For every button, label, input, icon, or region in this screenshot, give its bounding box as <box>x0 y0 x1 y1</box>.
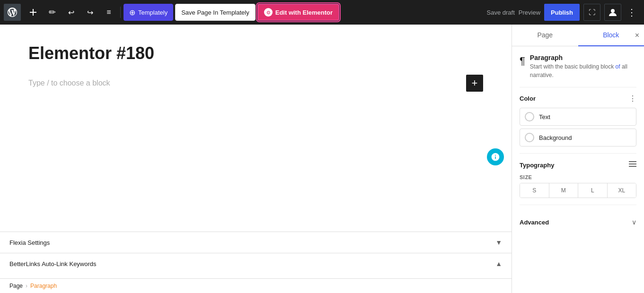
background-color-circle <box>525 133 534 142</box>
save-draft-button[interactable]: Save draft <box>487 9 515 16</box>
size-label: SIZE <box>520 174 636 180</box>
color-background-option[interactable]: Background <box>520 129 636 146</box>
flexia-settings-label: Flexia Settings <box>9 239 50 246</box>
editor-content: Elementor #180 Type / to choose a block … <box>0 25 512 232</box>
size-options: S M L XL <box>520 183 636 198</box>
more-options-button[interactable]: ⋮ <box>623 4 640 21</box>
background-color-label: Background <box>539 134 572 141</box>
svg-point-2 <box>611 9 615 13</box>
save-templately-label: Save Page In Templately <box>181 9 249 16</box>
block-info-section: ¶ Paragraph Start with the basic buildin… <box>520 54 636 79</box>
edit-elementor-button[interactable]: ⊙ Edit with Elementor <box>257 4 339 21</box>
flexia-settings-panel: Flexia Settings ▼ <box>0 232 512 253</box>
undo-button[interactable]: ↩ <box>62 4 79 21</box>
breadcrumb-separator: › <box>26 283 27 289</box>
block-placeholder-row: Type / to choose a block + <box>28 75 483 92</box>
advanced-section[interactable]: Advanced ∨ <box>520 212 636 233</box>
block-info-text: Paragraph Start with the basic building … <box>530 54 636 79</box>
floating-action-button[interactable] <box>487 148 504 165</box>
elementor-icon: ⊙ <box>264 8 273 17</box>
templately-button[interactable]: ⊕ Templately <box>124 4 173 21</box>
list-view-button[interactable]: ≡ <box>100 4 117 21</box>
editor-area: Elementor #180 Type / to choose a block … <box>0 25 512 293</box>
templately-label: Templately <box>138 9 168 16</box>
flexia-chevron-icon: ▼ <box>495 239 502 246</box>
main-toolbar: ✏ ↩ ↪ ≡ ⊕ Templately Save Page In Templa… <box>0 0 644 25</box>
fullscreen-button[interactable]: ⛶ <box>583 4 600 21</box>
svg-rect-5 <box>629 166 636 167</box>
avatar-button[interactable] <box>604 4 621 21</box>
breadcrumb-page: Page <box>9 283 23 289</box>
divider-3 <box>520 205 636 205</box>
text-color-circle <box>525 112 534 121</box>
size-xl-button[interactable]: XL <box>608 183 636 198</box>
block-placeholder-text: Type / to choose a block <box>28 79 110 87</box>
block-info-desc: Start with the basic building block of a… <box>530 62 636 79</box>
typography-title: Typography <box>520 162 554 169</box>
color-more-button[interactable]: ⋮ <box>629 94 636 103</box>
svg-rect-3 <box>629 161 636 162</box>
size-m-button[interactable]: M <box>549 183 579 198</box>
block-info-title: Paragraph <box>530 54 636 61</box>
breadcrumb-block-link[interactable]: Paragraph <box>30 283 57 289</box>
right-panel-close-button[interactable]: × <box>635 31 639 40</box>
main-layout: Elementor #180 Type / to choose a block … <box>0 25 644 293</box>
paragraph-icon: ¶ <box>520 55 525 67</box>
advanced-label: Advanced <box>520 219 549 226</box>
add-block-inline-button[interactable]: + <box>466 75 483 92</box>
divider-2 <box>520 153 636 154</box>
color-title: Color <box>520 95 536 102</box>
elementor-label: Edit with Elementor <box>275 9 333 16</box>
betterlinks-chevron-icon: ▲ <box>495 260 502 267</box>
betterlinks-label: BetterLinks Auto-Link Keywords <box>9 260 97 267</box>
wp-logo[interactable] <box>4 4 21 21</box>
publish-button[interactable]: Publish <box>544 4 580 21</box>
color-section-header: Color ⋮ <box>520 94 636 103</box>
block-info-link: of <box>616 63 620 70</box>
size-l-button[interactable]: L <box>578 183 608 198</box>
size-s-button[interactable]: S <box>520 183 549 198</box>
svg-rect-4 <box>629 164 636 164</box>
tab-page[interactable]: Page <box>512 25 578 46</box>
right-panel-body: ¶ Paragraph Start with the basic buildin… <box>512 46 644 293</box>
advanced-chevron-icon: ∨ <box>632 218 636 226</box>
svg-rect-1 <box>30 12 36 13</box>
edit-pencil-button[interactable]: ✏ <box>44 4 61 21</box>
right-panel: Page Block × ¶ Paragraph Start with the … <box>512 25 644 293</box>
typography-section-header: Typography <box>520 160 636 170</box>
add-block-toolbar-button[interactable] <box>25 4 42 21</box>
text-color-label: Text <box>539 113 550 121</box>
preview-button[interactable]: Preview <box>519 9 540 16</box>
toolbar-right: Save draft Preview Publish ⛶ ⋮ <box>487 4 640 21</box>
templately-icon: ⊕ <box>129 8 135 17</box>
typography-more-button[interactable] <box>629 160 636 170</box>
betterlinks-header[interactable]: BetterLinks Auto-Link Keywords ▲ <box>0 253 512 274</box>
page-title: Elementor #180 <box>28 43 483 63</box>
toolbar-divider-1 <box>120 7 121 18</box>
redo-button[interactable]: ↪ <box>81 4 98 21</box>
breadcrumb: Page › Paragraph <box>0 278 512 293</box>
divider-1 <box>520 87 636 87</box>
tab-block[interactable]: Block <box>578 25 644 46</box>
flexia-settings-header[interactable]: Flexia Settings ▼ <box>0 232 512 253</box>
color-text-option[interactable]: Text <box>520 108 636 126</box>
right-panel-tabs: Page Block × <box>512 25 644 46</box>
save-templately-button[interactable]: Save Page In Templately <box>175 4 256 21</box>
